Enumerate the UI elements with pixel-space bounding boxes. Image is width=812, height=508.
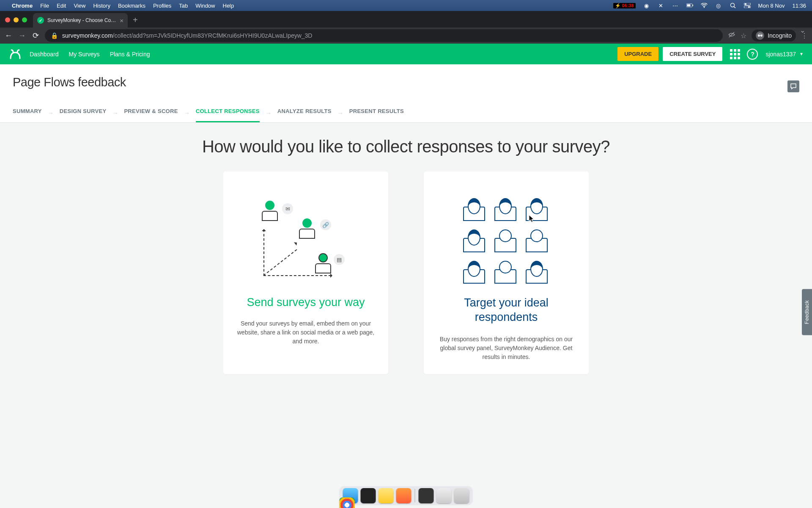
dock-app-bolt[interactable] [396,488,411,503]
dock-screenshot[interactable] [419,488,434,503]
url-text: surveymonkey.com/collect/add?sm=JVk5IDHc… [62,32,312,39]
battery-icon[interactable] [686,2,693,9]
step-arrow-icon: → [112,110,118,116]
status-icon-3[interactable]: ⋯ [672,2,679,9]
menu-edit[interactable]: Edit [57,3,66,9]
nav-reload-button[interactable]: ⟳ [31,31,40,40]
dock-trash[interactable] [454,488,469,503]
nav-forward-button[interactable]: → [18,31,26,40]
battery-timer-indicator[interactable]: ⚡06:38 [613,3,635,8]
person-icon [526,207,548,221]
menu-file[interactable]: File [40,3,49,9]
person-icon [494,269,516,284]
dock-app[interactable] [436,488,452,503]
step-present[interactable]: PRESENT RESULTS [349,104,404,122]
wifi-icon[interactable] [701,2,708,9]
menu-view[interactable]: View [74,3,85,9]
email-icon: ✉ [282,203,293,214]
card-send-your-way[interactable]: ✉ 🔗 ▤ Send surveys your way Send your su… [223,171,388,374]
status-icon-1[interactable]: ◉ [643,2,650,9]
menu-history[interactable]: History [93,3,110,9]
tab-title: SurveyMonkey - Choose Collec [47,17,116,23]
create-survey-button[interactable]: CREATE SURVEY [663,47,722,61]
window-minimize-button[interactable] [14,17,19,22]
page-header: Page Flows feedback SUMMARY → DESIGN SUR… [0,64,812,123]
chrome-toolbar: ← → ⟳ 🔒 surveymonkey.com/collect/add?sm=… [0,28,812,44]
menu-help[interactable]: Help [223,3,234,9]
person-icon [526,238,548,252]
card-title: Send surveys your way [236,296,376,309]
step-preview[interactable]: PREVIEW & SCORE [124,104,178,122]
nav-dashboard[interactable]: Dashboard [30,51,59,58]
page-heading: How would you like to collect responses … [0,137,812,156]
help-icon[interactable]: ? [747,49,758,60]
eye-off-icon[interactable] [728,31,735,40]
person-icon [463,207,485,221]
address-bar[interactable]: 🔒 surveymonkey.com/collect/add?sm=JVk5ID… [45,29,723,42]
upgrade-button[interactable]: UPGRADE [617,47,658,61]
spotlight-icon[interactable] [730,2,736,9]
bookmark-star-icon[interactable]: ☆ [741,32,746,40]
card-body: Buy responses from the right demographic… [436,335,576,362]
nav-my-surveys[interactable]: My Surveys [69,51,100,58]
card-body: Send your surveys by email, embed them o… [236,319,376,346]
tabs-dropdown-icon[interactable]: ⌄ [800,26,805,34]
page-viewport: Dashboard My Surveys Plans & Pricing UPG… [0,44,812,508]
person-icon [494,207,516,221]
person-icon [298,218,316,239]
menu-bookmarks[interactable]: Bookmarks [118,3,145,9]
username-label: sjonas1337 [765,51,796,58]
step-analyze[interactable]: ANALYZE RESULTS [277,104,332,122]
dock-terminal[interactable] [361,488,376,503]
step-design[interactable]: DESIGN SURVEY [60,104,107,122]
window-close-button[interactable] [5,17,10,22]
step-summary[interactable]: SUMMARY [13,104,42,122]
dock-notes[interactable] [379,488,394,503]
link-icon: 🔗 [320,219,331,230]
person-icon [261,201,279,221]
nav-plans-pricing[interactable]: Plans & Pricing [110,51,150,58]
new-tab-button[interactable]: + [133,15,138,25]
menu-window[interactable]: Window [195,3,215,9]
app-grid-icon[interactable] [730,49,740,59]
status-icon-2[interactable]: ✕ [658,2,664,9]
menubar-time[interactable]: 11:36 [792,3,806,9]
user-menu[interactable]: sjonas1337 ▼ [765,51,804,58]
svg-point-4 [730,3,734,7]
tab-close-icon[interactable]: × [120,17,123,24]
surveymonkey-logo[interactable] [8,47,22,61]
svg-rect-1 [692,5,693,6]
window-zoom-button[interactable] [22,17,27,22]
workflow-steps: SUMMARY → DESIGN SURVEY → PREVIEW & SCOR… [13,104,799,122]
svg-point-9 [748,6,750,8]
incognito-badge[interactable]: 🕶 Incognito [752,30,796,41]
dock-chrome[interactable] [340,497,355,508]
step-collect[interactable]: COLLECT RESPONSES [196,104,260,122]
svg-rect-2 [687,4,690,6]
chrome-window: ✓ SurveyMonkey - Choose Collec × + ⌄ ← →… [0,11,812,508]
chrome-tabstrip: ✓ SurveyMonkey - Choose Collec × + ⌄ [0,11,812,28]
person-icon [494,238,516,252]
control-center-icon[interactable] [744,2,751,9]
nav-back-button[interactable]: ← [4,31,13,40]
svg-point-8 [745,3,746,5]
macos-dock [339,486,473,505]
window-controls [5,17,27,22]
menu-tab[interactable]: Tab [179,3,188,9]
comments-button[interactable] [787,80,799,92]
menu-profiles[interactable]: Profiles [153,3,171,9]
person-icon [463,238,485,252]
step-arrow-icon: → [184,110,190,116]
site-navbar: Dashboard My Surveys Plans & Pricing UPG… [0,44,812,64]
incognito-label: Incognito [768,32,792,39]
card-title: Target your ideal respondents [436,296,576,325]
browser-tab[interactable]: ✓ SurveyMonkey - Choose Collec × [33,13,128,28]
survey-title: Page Flows feedback [13,75,799,89]
menu-app[interactable]: Chrome [12,3,33,9]
lock-icon: 🔒 [51,32,58,39]
feedback-tab[interactable]: Feedback [802,289,812,335]
user-switch-icon[interactable]: ◎ [715,2,722,9]
card-target-respondents[interactable]: Target your ideal respondents Buy respon… [424,171,589,374]
menubar-date[interactable]: Mon 8 Nov [758,3,785,9]
svg-line-5 [734,7,735,8]
